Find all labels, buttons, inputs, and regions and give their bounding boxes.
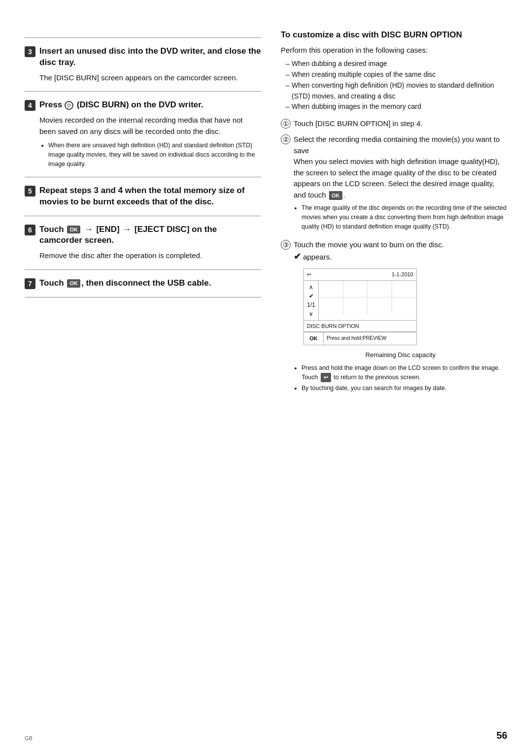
grid-cell-1 — [319, 281, 343, 297]
section-subtitle: Perform this operation in the following … — [281, 45, 507, 56]
step-6-heading: 6 Touch OK → [END] → [EJECT DISC] on the… — [25, 224, 261, 247]
step-3-body: The [DISC BURN] screen appears on the ca… — [25, 72, 261, 84]
grid-cell-4 — [392, 281, 417, 297]
circled-step-2: ② Select the recording media containing … — [281, 134, 507, 234]
appears-text: appears. — [303, 253, 332, 261]
case-1: When dubbing a desired image — [286, 59, 507, 69]
step-6-block: 6 Touch OK → [END] → [EJECT DISC] on the… — [25, 224, 261, 262]
gb-label: GB — [25, 735, 33, 741]
step-7-title: Touch OK, then disconnect the USB cable. — [39, 278, 211, 289]
divider-4 — [25, 269, 261, 270]
step-4-title: Press (DISC BURN) on the DVD writer. — [39, 99, 203, 111]
back-arrow-badge: ↩ — [321, 373, 331, 382]
circle-num-1: ① — [281, 119, 291, 129]
disc-ui-sidebar: ∧ ✔ 1/1 ∨ — [304, 281, 319, 320]
step-5-heading: 5 Repeat steps 3 and 4 when the total me… — [25, 185, 261, 208]
circle-num-2: ② — [281, 134, 291, 144]
left-column: 3 Insert an unused disc into the DVD wri… — [25, 30, 261, 401]
step-3-heading: 3 Insert an unused disc into the DVD wri… — [25, 46, 261, 68]
step-5-block: 5 Repeat steps 3 and 4 when the total me… — [25, 185, 261, 208]
step-4-heading: 4 Press (DISC BURN) on the DVD writer. — [25, 99, 261, 111]
circled-step-1-body: Touch [DISC BURN OPTION] in step 4. — [294, 118, 507, 130]
circled-step-3-text: Touch the movie you want to burn on the … — [294, 240, 444, 249]
page-number: 56 — [497, 730, 507, 741]
circled-step-2-bullet-1: The image quality of the disc depends on… — [301, 203, 507, 231]
step-3-block: 3 Insert an unused disc into the DVD wri… — [25, 46, 261, 83]
circled-step-3-bullet-1: Press and hold the image down on the LCD… — [301, 363, 507, 382]
back-arrow-ui: ↩ — [307, 270, 311, 279]
ok-badge-6: OK — [67, 226, 80, 234]
grid-cell-3 — [367, 281, 392, 297]
disc-ui-date: 1-1-2010 — [392, 270, 413, 279]
grid-cell-6 — [343, 297, 368, 314]
circled-step-3: ③ Touch the movie you want to burn on th… — [281, 239, 507, 396]
case-4: When dubbing images in the memory card — [286, 101, 507, 112]
circled-step-2-body: Select the recording media containing th… — [294, 134, 507, 234]
capacity-label: Remaining Disc capacity — [294, 350, 507, 360]
circled-step-3-bullet-2: By touching date, you can search for ima… — [301, 384, 507, 393]
divider-top — [25, 37, 261, 38]
arrow-2: → — [123, 224, 131, 235]
disc-burn-icon — [65, 101, 73, 110]
step-4-body: Movies recorded on the internal recordin… — [25, 115, 261, 137]
step-6-number: 6 — [25, 225, 35, 235]
step-3-title: Insert an unused disc into the DVD write… — [39, 46, 261, 68]
disc-ui-header: ↩ 1-1-2010 — [304, 269, 416, 281]
ok-badge-2: OK — [329, 191, 342, 200]
grid-cell-2 — [343, 281, 368, 297]
disc-ui-body: ∧ ✔ 1/1 ∨ — [304, 281, 416, 321]
step-5-number: 5 — [25, 186, 35, 197]
page-footer: GB 56 — [25, 730, 507, 741]
circled-step-1: ① Touch [DISC BURN OPTION] in step 4. — [281, 118, 507, 130]
step-7-block: 7 Touch OK, then disconnect the USB cabl… — [25, 278, 261, 289]
step-6-title: Touch OK → [END] → [EJECT DISC] on the c… — [39, 224, 261, 247]
disc-ui-preview-label: Press and hold:PREVIEW — [324, 332, 416, 345]
step-4-bullets: When there are unsaved high definition (… — [25, 141, 261, 168]
step-4-block: 4 Press (DISC BURN) on the DVD writer. M… — [25, 99, 261, 168]
page-num-ui: 1/1 — [307, 300, 315, 309]
grid-cell-5 — [319, 297, 343, 314]
step-6-body: Remove the disc after the operation is c… — [25, 250, 261, 262]
step-3-number: 3 — [25, 46, 35, 57]
step-5-title: Repeat steps 3 and 4 when the total memo… — [39, 185, 261, 208]
arrow-1: → — [85, 224, 93, 235]
chevron-up-icon: ∧ — [309, 283, 313, 292]
divider-1 — [25, 91, 261, 92]
circled-step-2-text-before: Select the recording media containing th… — [294, 135, 500, 155]
disc-ui-ok-btn: OK — [304, 332, 324, 345]
grid-cell-7 — [367, 297, 392, 314]
section-title: To customize a disc with DISC BURN OPTIO… — [281, 30, 507, 41]
case-3: When converting high definition (HD) mov… — [286, 80, 507, 101]
ok-badge-7: OK — [67, 279, 80, 288]
step-4-number: 4 — [25, 100, 35, 111]
divider-2 — [25, 177, 261, 177]
right-column: To customize a disc with DISC BURN OPTIO… — [276, 30, 507, 401]
divider-3 — [25, 216, 261, 216]
disc-burn-option-label: DISC BURN OPTION — [307, 322, 359, 330]
disc-burn-ui: ↩ 1-1-2010 ∧ ✔ 1/1 ∨ — [303, 268, 417, 345]
circled-step-3-body: Touch the movie you want to burn on the … — [294, 239, 507, 396]
checkmark-icon: ✔ — [294, 252, 301, 262]
step-7-number: 7 — [25, 278, 35, 289]
cases-list: When dubbing a desired image When creati… — [281, 59, 507, 112]
divider-5 — [25, 297, 261, 297]
circle-num-3: ③ — [281, 240, 291, 250]
period-2: . — [343, 191, 345, 199]
disc-ui-bottom: OK Press and hold:PREVIEW — [304, 332, 416, 345]
step-7-heading: 7 Touch OK, then disconnect the USB cabl… — [25, 278, 261, 289]
circled-step-2-bullets: The image quality of the disc depends on… — [294, 203, 507, 231]
circled-step-3-bullets: Press and hold the image down on the LCD… — [294, 363, 507, 393]
disc-ui-grid — [319, 281, 416, 320]
step-4-bullet-1: When there are unsaved high definition (… — [48, 141, 261, 168]
page-content: 3 Insert an unused disc into the DVD wri… — [0, 0, 532, 430]
circled-step-2-text-main: When you select movies with high definit… — [294, 157, 500, 199]
chevron-down-icon: ∨ — [309, 309, 313, 318]
grid-cell-8 — [392, 297, 417, 314]
case-2: When creating multiple copies of the sam… — [286, 69, 507, 80]
checkmark-ui: ✔ — [309, 292, 314, 300]
disc-ui-label: DISC BURN OPTION — [304, 321, 416, 332]
